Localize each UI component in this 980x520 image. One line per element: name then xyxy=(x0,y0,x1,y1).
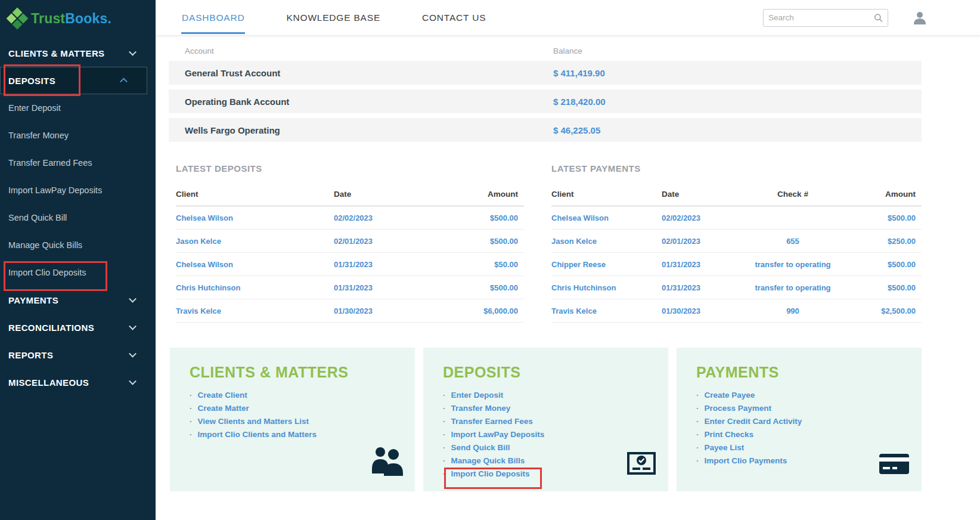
sidebar-item-clients-matters[interactable]: CLIENTS & MATTERS xyxy=(0,39,156,67)
client-link[interactable]: Chris Hutchinson xyxy=(551,283,662,292)
sidebar-item-label: PAYMENTS xyxy=(8,295,58,305)
client-link[interactable]: Chelsea Wilson xyxy=(176,260,334,269)
accounts-table-header: Account Balance xyxy=(169,41,922,61)
card-payments: PAYMENTS Create Payee Process Payment En… xyxy=(677,348,922,491)
payment-check-number: 655 xyxy=(739,237,846,246)
account-name: Wells Fargo Operating xyxy=(169,125,553,135)
link-import-clio-deposits[interactable]: Import Clio Deposits xyxy=(451,468,530,481)
link-print-checks[interactable]: Print Checks xyxy=(705,428,754,441)
client-link[interactable]: Chelsea Wilson xyxy=(176,213,334,222)
client-link[interactable]: Chris Hutchinson xyxy=(176,283,334,292)
link-transfer-money[interactable]: Transfer Money xyxy=(451,402,511,415)
card-link-item: Manage Quick Bills xyxy=(443,454,656,468)
sidebar-item-import-clio-deposits[interactable]: Import Clio Deposits xyxy=(0,259,156,286)
sidebar-item-deposits[interactable]: DEPOSITS xyxy=(0,67,147,94)
payment-date: 01/31/2023 xyxy=(662,260,739,269)
column-header-client: Client xyxy=(176,190,334,199)
link-process-payment[interactable]: Process Payment xyxy=(705,402,772,415)
user-menu-button[interactable] xyxy=(912,10,928,26)
deposit-row[interactable]: Chelsea Wilson 01/31/2023 $50.00 xyxy=(176,253,524,276)
credit-card-icon xyxy=(879,452,910,478)
latest-deposits-panel: LATEST DEPOSITS Client Date Amount Chels… xyxy=(176,163,524,323)
sidebar-item-transfer-earned-fees[interactable]: Transfer Earned Fees xyxy=(0,149,156,177)
column-header-date: Date xyxy=(662,190,739,199)
trustbooks-logo[interactable]: TrustBooks. xyxy=(0,0,156,37)
sidebar-item-label: Send Quick Bill xyxy=(8,213,67,222)
client-link[interactable]: Jason Kelce xyxy=(176,237,334,246)
payment-row[interactable]: Chelsea Wilson 02/02/2023 $500.00 xyxy=(551,206,922,230)
link-transfer-earned-fees[interactable]: Transfer Earned Fees xyxy=(451,415,533,428)
link-payee-list[interactable]: Payee List xyxy=(705,441,745,454)
link-enter-credit-card-activity[interactable]: Enter Credit Card Activity xyxy=(705,415,802,428)
sidebar-nav: CLIENTS & MATTERS DEPOSITS Enter Deposit… xyxy=(0,37,156,396)
deposit-date: 01/30/2023 xyxy=(334,307,423,315)
deposit-date: 01/31/2023 xyxy=(334,283,423,292)
deposits-table-header: Client Date Amount xyxy=(176,182,524,206)
link-import-clio-payments[interactable]: Import Clio Payments xyxy=(705,454,787,468)
payments-table-header: Client Date Check # Amount xyxy=(551,182,922,206)
sidebar-item-enter-deposit[interactable]: Enter Deposit xyxy=(0,94,156,122)
search-input[interactable] xyxy=(768,13,874,22)
tab-knowledge-base[interactable]: KNOWLEDGE BASE xyxy=(286,1,381,34)
tab-contact-us[interactable]: CONTACT US xyxy=(421,1,486,34)
payment-row[interactable]: Jason Kelce 02/01/2023 655 $250.00 xyxy=(551,230,922,253)
deposit-row[interactable]: Jason Kelce 02/01/2023 $500.00 xyxy=(176,230,524,253)
card-link-item: Create Client xyxy=(190,389,403,402)
card-link-list: Create Client Create Matter View Clients… xyxy=(190,389,403,441)
card-link-item: Transfer Money xyxy=(443,402,656,415)
link-send-quick-bill[interactable]: Send Quick Bill xyxy=(451,441,510,454)
sidebar-item-send-quick-bill[interactable]: Send Quick Bill xyxy=(0,204,156,231)
client-link[interactable]: Chipper Reese xyxy=(551,260,662,269)
sidebar-item-import-lawpay-deposits[interactable]: Import LawPay Deposits xyxy=(0,177,156,204)
sidebar-item-miscellaneous[interactable]: MISCELLANEOUS xyxy=(0,369,156,396)
tab-dashboard[interactable]: DASHBOARD xyxy=(181,1,245,34)
account-row[interactable]: General Trust Account $ 411,419.90 xyxy=(169,61,922,85)
latest-payments-title: LATEST PAYMENTS xyxy=(551,163,922,174)
link-create-matter[interactable]: Create Matter xyxy=(198,402,249,415)
link-import-clio-clients-matters[interactable]: Import Clio Clients and Matters xyxy=(198,428,317,441)
deposit-row[interactable]: Chris Hutchinson 01/31/2023 $500.00 xyxy=(176,276,524,299)
payment-check-number: transfer to operating xyxy=(739,283,846,292)
account-row[interactable]: Operating Bank Account $ 218,420.00 xyxy=(169,89,922,113)
card-link-item: Import Clio Deposits xyxy=(443,468,656,481)
deposit-row[interactable]: Travis Kelce 01/30/2023 $6,000.00 xyxy=(176,299,524,323)
search-icon[interactable] xyxy=(874,13,883,23)
search-box[interactable] xyxy=(763,9,888,27)
link-view-clients-matters-list[interactable]: View Clients and Matters List xyxy=(198,415,309,428)
link-create-client[interactable]: Create Client xyxy=(198,389,247,402)
main-content: DASHBOARD KNOWLEDGE BASE CONTACT US xyxy=(156,0,980,520)
client-link[interactable]: Travis Kelce xyxy=(551,307,662,315)
sidebar-item-transfer-money[interactable]: Transfer Money xyxy=(0,122,156,149)
payment-date: 01/30/2023 xyxy=(662,307,739,315)
chevron-down-icon xyxy=(129,48,137,56)
card-link-item: Transfer Earned Fees xyxy=(443,415,656,428)
payment-check-number: transfer to operating xyxy=(739,260,846,269)
sidebar-item-reports[interactable]: REPORTS xyxy=(0,341,156,369)
latest-deposits-title: LATEST DEPOSITS xyxy=(176,163,524,174)
link-import-lawpay-deposits[interactable]: Import LawPay Deposits xyxy=(451,428,545,441)
sidebar-item-manage-quick-bills[interactable]: Manage Quick Bills xyxy=(0,231,156,259)
link-create-payee[interactable]: Create Payee xyxy=(705,389,755,402)
sidebar-item-payments[interactable]: PAYMENTS xyxy=(0,286,156,314)
card-deposits: DEPOSITS Enter Deposit Transfer Money Tr… xyxy=(423,348,668,491)
link-manage-quick-bills[interactable]: Manage Quick Bills xyxy=(451,454,525,468)
payment-row[interactable]: Chipper Reese 01/31/2023 transfer to ope… xyxy=(551,253,922,276)
deposit-row[interactable]: Chelsea Wilson 02/02/2023 $500.00 xyxy=(176,206,524,230)
client-link[interactable]: Jason Kelce xyxy=(551,237,662,246)
link-enter-deposit[interactable]: Enter Deposit xyxy=(451,389,504,402)
sidebar-item-reconciliations[interactable]: RECONCILIATIONS xyxy=(0,314,156,341)
account-column-header: Account xyxy=(169,47,553,55)
client-link[interactable]: Chelsea Wilson xyxy=(551,213,662,222)
deposit-amount: $500.00 xyxy=(423,237,524,246)
payment-row[interactable]: Travis Kelce 01/30/2023 990 $2,500.00 xyxy=(551,299,922,323)
deposit-date: 02/01/2023 xyxy=(334,237,423,246)
account-row[interactable]: Wells Fargo Operating $ 46,225.05 xyxy=(169,118,922,142)
client-link[interactable]: Travis Kelce xyxy=(176,307,334,315)
quick-action-cards: CLIENTS & MATTERS Create Client Create M… xyxy=(170,348,922,491)
sidebar-item-label: RECONCILIATIONS xyxy=(8,323,94,333)
card-link-item: Process Payment xyxy=(696,402,910,415)
payment-row[interactable]: Chris Hutchinson 01/31/2023 transfer to … xyxy=(551,276,922,299)
card-link-item: Enter Credit Card Activity xyxy=(696,415,910,428)
column-header-date: Date xyxy=(334,190,423,199)
latest-payments-panel: LATEST PAYMENTS Client Date Check # Amou… xyxy=(551,163,922,323)
